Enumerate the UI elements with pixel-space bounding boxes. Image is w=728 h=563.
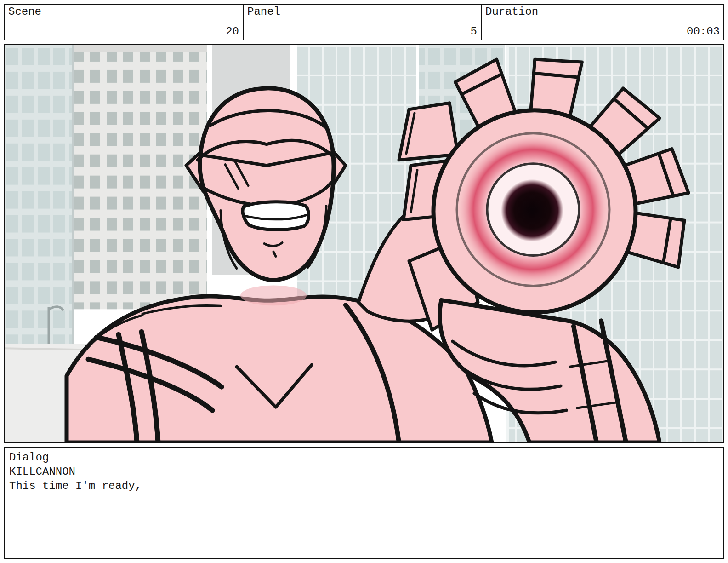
cannon-bore	[501, 179, 563, 242]
dialog-line: This time I'm ready,	[9, 479, 719, 493]
building-far-left	[5, 45, 74, 344]
panel-cell: Panel 5	[243, 4, 482, 40]
panel-label: Panel	[247, 6, 477, 18]
dialog-box: Dialog KILLCANNON This time I'm ready,	[4, 447, 724, 559]
scene-cell: Scene 20	[4, 4, 244, 40]
duration-value: 00:03	[485, 25, 720, 38]
duration-cell: Duration 00:03	[481, 4, 724, 40]
storyboard-frame	[4, 44, 724, 443]
storyboard-page: Scene 20 Panel 5 Duration 00:03	[0, 4, 728, 559]
scene-value: 20	[8, 25, 239, 38]
panel-value: 5	[247, 25, 477, 38]
building-left	[74, 45, 207, 309]
duration-label: Duration	[485, 6, 720, 18]
neck-shadow	[240, 285, 307, 305]
dialog-character: KILLCANNON	[9, 465, 719, 479]
storyboard-artwork	[5, 45, 723, 442]
scene-label: Scene	[8, 6, 239, 18]
mouth	[243, 202, 308, 230]
metadata-row: Scene 20 Panel 5 Duration 00:03	[4, 4, 724, 40]
cannon-muzzle	[433, 110, 636, 312]
dialog-label: Dialog	[9, 450, 719, 465]
